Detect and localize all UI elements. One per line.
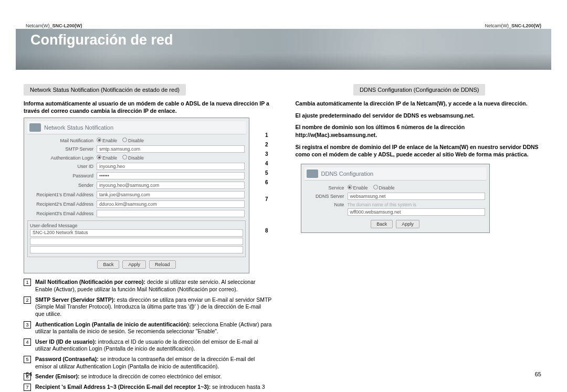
smtp-label: SMTP Server — [28, 146, 97, 152]
smtp-input[interactable]: smtp.samsung.com — [97, 145, 245, 153]
note-label: Note — [306, 202, 348, 207]
page-title: Configuración de red — [16, 29, 551, 48]
section-heading-ddns: DDNS Configuration (Configuración de DDN… — [353, 84, 485, 96]
r1-input[interactable]: tank.joe@samsung.com — [97, 191, 245, 198]
list-item: 1 Mail Notification (Notificación por co… — [24, 279, 272, 293]
apply-button-ddns[interactable]: Apply — [396, 220, 419, 228]
list-item: 7 Recipient 's Email Address 1~3 (Direcc… — [24, 384, 272, 392]
userid-input[interactable]: inyoung.heo — [97, 163, 245, 170]
nsn-intro: Informa automáticamente al usuario de un… — [24, 100, 272, 114]
udm-line2[interactable] — [30, 238, 243, 245]
ddns-screenshot: DDNS Configuration Service Enable Disabl… — [301, 164, 490, 233]
list-item: 6 Sender (Emisor): se introduce la direc… — [24, 373, 272, 380]
back-button-ddns[interactable]: Back — [371, 220, 393, 228]
list-item: 4 User ID (ID de usuario): introduzca el… — [24, 338, 272, 353]
sender-label: Sender — [28, 183, 97, 188]
breadcrumb-product: SNC-L200(W) — [52, 23, 82, 28]
breadcrumb-left: Netcam(W)_SNC-L200(W) — [26, 23, 82, 28]
banner: Configuración de red — [16, 29, 551, 70]
page-number-left: 64 — [26, 371, 32, 377]
r2-label: Recipient2's Email Address — [28, 202, 97, 207]
back-button[interactable]: Back — [97, 260, 119, 269]
udm-title: User-defined Message — [30, 223, 243, 228]
ddns-panel-title: DDNS Configuration — [321, 171, 374, 177]
list-item: 2 SMTP Server (Servidor SMTP): esta dire… — [24, 296, 272, 318]
service-enable-radio[interactable] — [348, 185, 352, 189]
ddns-text: Cambia automáticamente la dirección IP d… — [296, 100, 544, 158]
apply-button[interactable]: Apply — [122, 260, 146, 269]
service-label: Service — [306, 185, 348, 190]
mail-notification-label: Mail Notification — [28, 138, 97, 143]
sender-input[interactable]: inyoung.heo@samsung.com — [97, 182, 245, 189]
auth-enable-radio[interactable] — [97, 155, 101, 160]
left-column: Network Status Notification (Notificació… — [24, 84, 272, 371]
nsn-numbered-list: 1 Mail Notification (Notificación por co… — [24, 279, 272, 392]
udm-line1[interactable]: SNC-L200 Network Status — [30, 229, 243, 237]
ddns-p2: El ajuste predeterminado del servidor de… — [296, 112, 544, 120]
ddns-server-input[interactable]: websamsung.net — [348, 193, 485, 200]
right-column: DDNS Configuration (Configuración de DDN… — [296, 84, 544, 371]
breadcrumb-right: Netcam(W)_SNC-L200(W) — [485, 23, 541, 28]
list-item: 5 Password (Contraseña): se introduce la… — [24, 356, 272, 370]
page-number-right: 65 — [535, 371, 541, 377]
mail-disable-radio[interactable] — [122, 137, 127, 142]
note-hint: The domain name of this system is — [348, 202, 485, 207]
ddns-server-label: DDNS Server — [306, 194, 348, 199]
breadcrumb-product-r: SNC-L200(W) — [511, 23, 541, 28]
breadcrumb-prefix: Netcam(W)_ — [26, 23, 52, 28]
r3-label: Recipient3's Email Address — [28, 211, 97, 216]
auth-disable-radio[interactable] — [122, 155, 127, 160]
ddns-p4: Si registra el nombre de dominio del IP … — [296, 143, 544, 158]
nsn-screenshot: Network Status Notification Mail Notific… — [24, 118, 249, 273]
user-defined-message-group: User-defined Message SNC-L200 Network St… — [27, 220, 246, 257]
userid-label: User ID — [28, 164, 97, 169]
list-item: 3 Authentication Login (Pantalla de inic… — [24, 321, 272, 335]
service-disable-radio[interactable] — [373, 185, 378, 189]
ddns-p1: Cambia automáticamente la dirección IP d… — [296, 100, 544, 108]
nsn-panel-title: Network Status Notification — [44, 124, 113, 131]
password-input[interactable]: •••••• — [97, 172, 245, 179]
window-icon — [307, 169, 318, 178]
password-label: Password — [28, 173, 97, 178]
mail-enable-radio[interactable] — [97, 137, 101, 142]
ddns-p3: El nombre de dominio son los últimos 6 n… — [296, 123, 544, 139]
window-icon — [29, 123, 41, 132]
r1-label: Recipient1's Email Address — [28, 192, 97, 197]
reload-button[interactable]: Reload — [149, 260, 176, 269]
breadcrumb-prefix-r: Netcam(W)_ — [485, 23, 511, 28]
section-heading-nsn: Network Status Notification (Notificació… — [24, 84, 186, 96]
r3-input[interactable] — [97, 210, 245, 217]
note-input[interactable]: wff000.websamsung.net — [348, 208, 485, 216]
udm-line3[interactable] — [30, 246, 243, 253]
r2-input[interactable]: dduroo.kim@samsung.com — [97, 200, 245, 208]
auth-label: Authentication Login — [28, 155, 97, 161]
